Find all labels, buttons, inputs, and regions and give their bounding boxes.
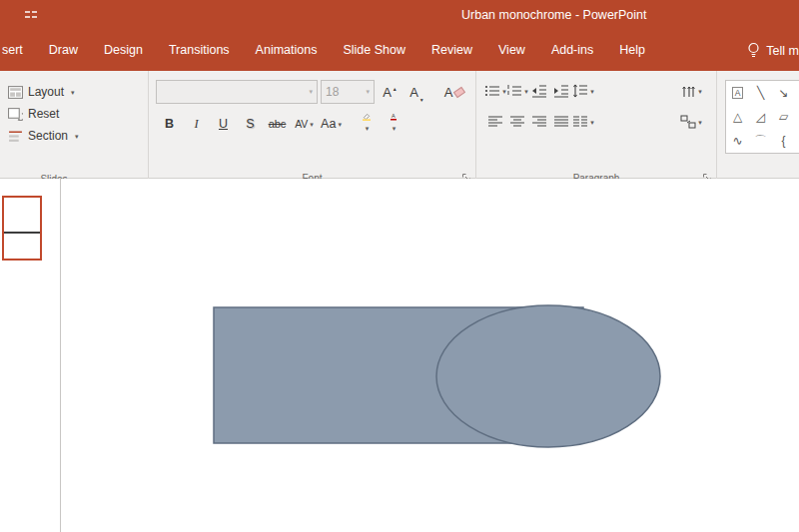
chevron-down-icon xyxy=(69,85,75,99)
shape-arc-button[interactable]: ⌒ xyxy=(749,129,772,153)
grow-font-button[interactable]: A xyxy=(378,81,401,103)
shape-line-button[interactable]: ╲ xyxy=(749,81,772,105)
shape-arrow-right-button[interactable]: → xyxy=(795,105,799,129)
shape-parallelogram-button[interactable]: ▱ xyxy=(772,105,795,129)
change-case-label: Aa xyxy=(321,117,336,131)
bullets-button[interactable] xyxy=(484,80,506,102)
scribble-icon: ∿ xyxy=(732,134,742,148)
chevron-down-icon xyxy=(522,82,528,100)
columns-button[interactable] xyxy=(572,111,594,133)
font-size-combobox[interactable]: 18 ▾ xyxy=(321,80,375,104)
slide-shapes-layer xyxy=(61,179,799,532)
arc-icon: ⌒ xyxy=(755,133,767,150)
tell-me-box[interactable]: Tell m xyxy=(747,42,799,59)
align-right-button[interactable] xyxy=(528,111,550,133)
shrink-font-button[interactable]: A xyxy=(404,81,428,103)
shape-right-brace-button[interactable]: } xyxy=(795,129,799,153)
font-size-value: 18 xyxy=(326,85,339,99)
reset-button[interactable]: Reset xyxy=(8,103,148,125)
bold-button[interactable]: B xyxy=(156,113,183,135)
right-triangle-icon: ◿ xyxy=(756,110,765,124)
shape-right-triangle-button[interactable]: ◿ xyxy=(749,105,772,129)
italic-button[interactable]: I xyxy=(183,113,210,135)
highlighter-icon xyxy=(360,113,374,121)
paragraph-group: Paragraph xyxy=(476,71,717,187)
shrink-font-icon: A xyxy=(409,85,423,100)
tab-draw[interactable]: Draw xyxy=(36,30,91,71)
decrease-indent-button[interactable] xyxy=(528,80,550,102)
tab-design[interactable]: Design xyxy=(91,30,156,71)
tab-add-ins[interactable]: Add-ins xyxy=(538,30,606,71)
section-label: Section xyxy=(28,129,68,143)
chevron-down-icon: ▾ xyxy=(366,88,370,96)
numbering-button[interactable] xyxy=(506,80,528,102)
slides-group: Layout Reset Section Slides xyxy=(0,71,149,188)
font-name-combobox[interactable]: ▾ xyxy=(156,80,318,104)
section-button[interactable]: Section xyxy=(8,125,148,147)
slide-thumbnail[interactable] xyxy=(2,196,42,261)
lightbulb-icon xyxy=(747,42,760,59)
svg-text:A: A xyxy=(392,113,396,119)
shape-rectangle-button[interactable]: ▭ xyxy=(795,81,799,105)
chevron-down-icon xyxy=(696,113,702,131)
layout-label: Layout xyxy=(28,85,64,99)
chevron-down-icon xyxy=(696,82,702,100)
align-center-button[interactable] xyxy=(506,111,528,133)
quick-access-toolbar-icon[interactable] xyxy=(24,10,38,20)
tab-insert[interactable]: sert xyxy=(0,30,36,71)
tab-review[interactable]: Review xyxy=(418,30,485,71)
shapes-gallery: A ╲ ↘ ▭ ○ ▢ △ ◿ ▱ → ◇ ☆ ∿ ⌒ { } ~ xyxy=(725,80,799,154)
oval-shape[interactable] xyxy=(436,305,660,447)
shape-isosceles-triangle-button[interactable]: △ xyxy=(726,105,749,129)
character-spacing-button[interactable]: AV xyxy=(291,113,318,135)
tab-transitions[interactable]: Transitions xyxy=(156,30,243,71)
text-highlight-color-button[interactable] xyxy=(353,113,380,135)
underline-button[interactable]: U xyxy=(210,113,237,135)
tab-help[interactable]: Help xyxy=(606,30,658,71)
title-bar: Urban monochrome - PowerPoint xyxy=(0,0,799,30)
font-color-button[interactable]: A xyxy=(380,113,406,135)
line-spacing-icon xyxy=(572,84,588,98)
chevron-down-icon xyxy=(336,117,342,131)
tab-animations[interactable]: Animations xyxy=(243,30,331,71)
change-case-button[interactable]: Aa xyxy=(318,113,345,135)
tab-slide-show[interactable]: Slide Show xyxy=(330,30,418,71)
shape-line-arrow-button[interactable]: ↘ xyxy=(772,81,795,105)
chevron-down-icon xyxy=(364,121,370,135)
layout-button[interactable]: Layout xyxy=(8,81,148,103)
justify-button[interactable] xyxy=(550,111,572,133)
clear-formatting-button[interactable]: A xyxy=(442,81,466,103)
ribbon-tab-bar: sert Draw Design Transitions Animations … xyxy=(0,30,799,71)
reset-icon xyxy=(8,108,23,121)
chevron-down-icon xyxy=(588,82,594,100)
numbering-icon xyxy=(506,84,522,98)
shape-scribble-button[interactable]: ∿ xyxy=(726,129,749,153)
line-arrow-icon: ↘ xyxy=(778,86,788,100)
tab-view[interactable]: View xyxy=(485,30,538,71)
shape-text-box-button[interactable]: A xyxy=(726,81,749,105)
tell-me-label: Tell m xyxy=(766,44,799,58)
font-color-icon: A xyxy=(387,113,400,121)
reset-label: Reset xyxy=(28,107,59,121)
isosceles-triangle-icon: △ xyxy=(733,110,742,124)
shape-left-brace-button[interactable]: { xyxy=(772,129,795,153)
justify-icon xyxy=(553,115,569,129)
text-box-icon: A xyxy=(732,87,744,99)
drawing-group: A ╲ ↘ ▭ ○ ▢ △ ◿ ▱ → ◇ ☆ ∿ ⌒ { } ~ xyxy=(717,71,799,187)
align-left-button[interactable] xyxy=(484,111,506,133)
strikethrough-button[interactable]: abc xyxy=(264,113,291,135)
align-right-icon xyxy=(531,115,547,129)
text-direction-button[interactable] xyxy=(680,80,702,102)
increase-indent-icon xyxy=(553,84,569,98)
increase-indent-button[interactable] xyxy=(550,80,572,102)
slide-canvas[interactable] xyxy=(61,179,799,532)
chevron-down-icon xyxy=(500,82,506,100)
text-shadow-button[interactable]: S xyxy=(237,113,264,135)
section-icon xyxy=(8,130,23,143)
line-spacing-button[interactable] xyxy=(572,80,594,102)
align-left-icon xyxy=(487,115,503,129)
align-center-icon xyxy=(509,115,525,129)
convert-to-smartart-button[interactable] xyxy=(680,111,702,133)
eraser-icon xyxy=(453,86,465,97)
chevron-down-icon xyxy=(391,121,397,135)
